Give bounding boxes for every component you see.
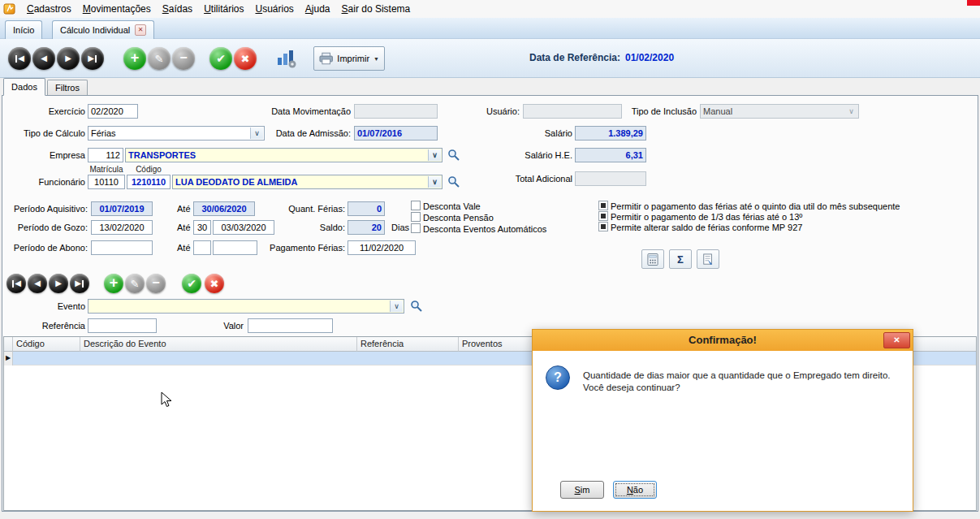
funcionario-codigo-field[interactable]: 1210110 [127,175,171,189]
chevron-down-icon[interactable]: ∨ [428,176,441,188]
pagamento-ferias-field[interactable]: 11/02/2020 [348,240,416,255]
data-movimentacao-field [354,104,438,119]
desconta-pensao-checkbox[interactable] [411,212,421,222]
previous-record-button[interactable]: ◀ [32,47,55,70]
empresa-combo[interactable]: TRANSPORTES ∨ [125,148,443,162]
event-delete-button[interactable]: − [146,274,166,293]
tab-inicio[interactable]: Início [5,20,42,39]
periodo-gozo-fim[interactable]: 03/03/2020 [213,220,274,235]
usuario-label: Usuário: [451,106,520,117]
cancel-button[interactable]: ✖ [234,47,257,70]
menu-saidas[interactable]: Saídas [157,2,198,16]
menu-ajuda[interactable]: Ajuda [300,2,336,16]
nao-button[interactable]: Não [613,481,657,499]
funcionario-name: LUA DEODATO DE ALMEIDA [175,177,297,187]
dialog-titlebar[interactable]: Confirmação! [533,330,913,351]
plus-icon: + [131,50,140,65]
empresa-search-button[interactable] [447,149,460,162]
grid-header-marker [4,337,13,352]
funcionario-search-button[interactable] [447,175,460,189]
chart-button[interactable] [271,47,294,70]
periodo-abono-inicio[interactable] [91,240,153,255]
funcionario-combo[interactable]: LUA DEODATO DE ALMEIDA ∨ [172,175,443,189]
event-add-button[interactable]: + [104,274,123,293]
add-button[interactable]: + [123,47,146,70]
grid-header-referencia[interactable]: Referência [357,337,459,352]
funcionario-matricula-field[interactable]: 10110 [88,175,125,189]
desconta-vale-checkbox[interactable] [411,201,421,210]
tipo-calculo-select[interactable]: Férias ∨ [88,126,265,141]
plus-icon: + [110,275,119,290]
calculator-icon [647,253,658,266]
confirm-button[interactable]: ✔ [209,47,232,70]
menu-sair-do-sistema[interactable]: Sair do Sistema [336,2,417,16]
event-edit-button[interactable]: ✎ [125,274,145,293]
salario-he-field: 6,31 [575,148,646,162]
quant-ferias-label: Quant. Férias: [276,204,345,214]
event-cancel-button[interactable]: ✖ [205,274,224,293]
quant-ferias-field[interactable]: 0 [348,201,385,216]
chevron-down-icon[interactable]: ∨ [390,301,403,312]
sum-button[interactable]: Σ [669,249,692,269]
delete-button[interactable]: − [172,47,195,70]
menu-movimentacoes[interactable]: Movimentações [77,2,157,16]
next-record-button[interactable]: ▶ [57,47,80,70]
print-dropdown-icon[interactable]: ▼ [373,56,379,62]
chevron-down-icon: ∨ [845,106,857,117]
desconta-eventos-checkbox[interactable] [411,223,421,233]
grid-header-codigo[interactable]: Código [13,337,80,352]
periodo-gozo-dias[interactable]: 30 [193,220,211,235]
usuario-field [523,104,622,119]
desconta-eventos-label: Desconta Eventos Automáticos [423,224,546,235]
exercicio-field[interactable]: 02/2020 [88,104,138,119]
grid-header-descricao[interactable]: Descrição do Evento [80,337,357,352]
check-icon: ✔ [216,53,226,64]
sim-button[interactable]: Sim [560,481,604,499]
periodo-gozo-inicio[interactable]: 13/02/2020 [91,220,153,235]
saldo-label: Saldo: [296,223,345,233]
event-previous-button[interactable]: ◀ [28,274,47,293]
tab-filtros[interactable]: Filtros [47,80,88,96]
evento-combo[interactable]: ∨ [88,299,404,314]
periodo-abono-fim[interactable] [213,240,257,255]
first-record-button[interactable]: ◀ [8,47,31,70]
event-confirm-button[interactable]: ✔ [182,274,201,293]
evento-label: Evento [12,301,85,312]
app-icon [3,2,16,15]
salario-field: 1.389,29 [575,126,646,141]
valor-field[interactable] [248,318,333,333]
window-close-button-fragment[interactable] [967,0,980,6]
row-marker-icon: ▶ [4,352,13,365]
event-first-button[interactable]: ◀ [6,274,26,293]
opt-pagamento-quinto-dia-checkbox[interactable] [598,201,608,210]
opt-mp927-checkbox[interactable] [598,222,608,231]
periodo-gozo-label: Período de Gozo: [4,223,88,233]
evento-search-button[interactable] [409,300,423,314]
menu-cadastros[interactable]: Cadastros [21,2,77,16]
empresa-code-field[interactable]: 112 [88,148,123,162]
imprimir-button[interactable]: Imprimir ▼ [313,46,385,71]
periodo-abono-dias[interactable] [193,240,211,255]
dialog-close-button[interactable]: ✕ [883,332,910,348]
tipo-calculo-label: Tipo de Cálculo [12,128,85,139]
opt-pagamento-terco-checkbox[interactable] [598,211,608,221]
event-next-button[interactable]: ▶ [49,274,68,293]
dialog-message-line1: Quantidade de dias maior que a quantidad… [583,370,890,380]
previous-record-icon: ◀ [34,279,41,288]
tab-close-icon[interactable]: ✕ [135,24,146,36]
menu-usuarios[interactable]: Usuários [249,2,299,16]
total-adicional-label: Total Adicional [503,174,572,184]
ate-label: Até [177,243,191,253]
tab-calculo-individual[interactable]: Cálculo Individual ✕ [52,20,154,39]
pagamento-ferias-label: Pagamento Férias: [268,243,345,253]
chevron-down-icon[interactable]: ∨ [428,149,441,161]
referencia-field[interactable] [88,318,157,333]
event-last-button[interactable]: ▶ [70,274,89,293]
reference-date-label: Data de Referência: [529,52,620,63]
calculator-button[interactable] [641,249,664,269]
menu-utilitarios[interactable]: Utilitários [198,2,249,16]
edit-button[interactable]: ✎ [148,47,171,70]
last-record-button[interactable]: ▶ [81,47,104,70]
tab-dados[interactable]: Dados [3,78,45,96]
report-button[interactable] [697,249,719,269]
